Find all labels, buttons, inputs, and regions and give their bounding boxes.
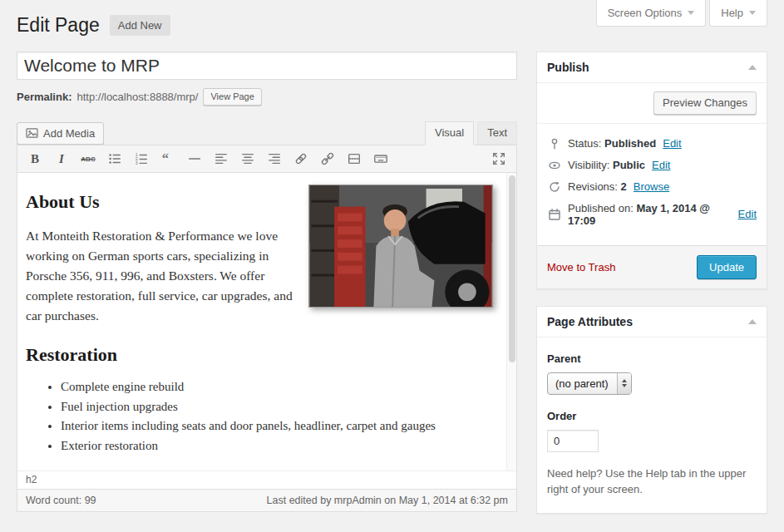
media-icon	[26, 127, 38, 139]
italic-icon: I	[59, 152, 64, 166]
permalink-row: Permalink: http://localhost:8888/mrp/ Vi…	[17, 88, 517, 106]
publish-misc-actions: Status: Published Edit Visibility: Publi…	[537, 124, 767, 245]
tab-visual[interactable]: Visual	[425, 121, 474, 145]
chevron-down-icon	[688, 11, 694, 15]
editor-mode-tabs: Visual Text	[422, 121, 517, 145]
permalink-label: Permalink:	[17, 91, 71, 103]
tab-text[interactable]: Text	[477, 121, 517, 145]
link-button[interactable]	[290, 148, 312, 170]
post-title-input[interactable]	[17, 52, 517, 80]
editor-scrollbar[interactable]	[506, 173, 516, 470]
svg-text:“: “	[162, 152, 169, 167]
strikethrough-button[interactable]: ABC	[77, 148, 99, 170]
collapse-toggle-icon[interactable]	[748, 319, 757, 324]
status-edit-link[interactable]: Edit	[663, 137, 681, 150]
align-right-button[interactable]	[264, 148, 285, 170]
word-count: Word count: 99	[26, 495, 96, 506]
select-stepper-icon	[617, 373, 631, 394]
status-row: Status: Published Edit	[547, 137, 757, 150]
list-item: Exterior restoration	[61, 438, 495, 455]
numbered-list-button[interactable]: 1 2 3	[131, 148, 152, 170]
editor-toolbar: B I ABC	[17, 145, 516, 173]
status-value: Published	[604, 137, 656, 150]
order-input[interactable]	[547, 430, 599, 452]
editor-status-bar: Word count: 99 Last edited by mrpAdmin o…	[17, 489, 516, 511]
svg-text:3: 3	[136, 160, 138, 165]
add-new-button[interactable]: Add New	[110, 15, 170, 36]
horizontal-rule-icon	[187, 151, 202, 166]
pin-icon	[547, 137, 561, 150]
restoration-heading: Restoration	[26, 341, 495, 369]
editor-column: Permalink: http://localhost:8888/mrp/ Vi…	[17, 52, 517, 530]
screen-options-tab[interactable]: Screen Options	[596, 0, 707, 27]
screen-options-label: Screen Options	[608, 7, 683, 19]
fullscreen-icon	[491, 151, 506, 166]
preview-changes-button[interactable]: Preview Changes	[653, 91, 757, 115]
align-center-icon	[240, 151, 255, 166]
unlink-button[interactable]	[317, 148, 338, 170]
status-text: Status: Published	[568, 137, 656, 150]
update-button[interactable]: Update	[697, 255, 757, 279]
page-attributes-title: Page Attributes	[547, 315, 633, 328]
page-attributes-help-text: Need help? Use the Help tab in the upper…	[547, 466, 747, 498]
more-tag-button[interactable]	[343, 148, 365, 170]
calendar-icon	[547, 208, 561, 221]
blockquote-button[interactable]: “	[157, 148, 179, 170]
more-tag-icon	[347, 151, 362, 166]
bullet-list-button[interactable]	[104, 148, 126, 170]
numbered-list-icon: 1 2 3	[134, 151, 149, 166]
move-to-trash-link[interactable]: Move to Trash	[547, 261, 615, 273]
fullscreen-button[interactable]	[488, 148, 510, 170]
sidebar-column: Publish Preview Changes Status: Publishe…	[536, 52, 767, 530]
status-label: Status:	[568, 137, 601, 150]
page-attributes-box: Page Attributes Parent (no parent) Order…	[536, 306, 767, 514]
scrollbar-thumb[interactable]	[509, 175, 515, 362]
restoration-list: Complete engine rebuild Fuel injection u…	[26, 379, 495, 454]
published-on-edit-link[interactable]: Edit	[738, 208, 757, 220]
page-title: Edit Page	[17, 13, 100, 37]
edit-page-wrap: Edit Page Add New Permalink: http://loca…	[0, 13, 784, 530]
bold-icon: B	[31, 152, 39, 166]
editor-element-path[interactable]: h2	[17, 470, 516, 489]
parent-select-value: (no parent)	[548, 373, 617, 394]
visibility-value: Public	[613, 159, 645, 171]
revisions-label: Revisions:	[568, 180, 618, 193]
blockquote-icon: “	[160, 151, 175, 166]
revisions-icon	[547, 180, 561, 194]
permalink-url[interactable]: http://localhost:8888/mrp/	[76, 91, 198, 103]
list-item: Interior items including seats and door …	[61, 418, 495, 435]
published-on-row: Published on: May 1, 2014 @ 17:09 Edit	[547, 202, 757, 227]
italic-button[interactable]: I	[51, 148, 72, 170]
help-tab[interactable]: Help	[709, 0, 767, 27]
page-attributes-body: Parent (no parent) Order Need help? Use …	[537, 337, 767, 513]
minor-publishing-actions: Preview Changes	[537, 83, 767, 124]
help-label: Help	[721, 7, 743, 19]
publish-box-title: Publish	[547, 61, 589, 74]
publish-box: Publish Preview Changes Status: Publishe…	[536, 52, 767, 289]
list-item: Fuel injection upgrades	[61, 399, 495, 416]
editor-content-area[interactable]: About Us At Monteith Restoration & Perfo…	[17, 173, 516, 470]
add-media-button[interactable]: Add Media	[17, 122, 104, 145]
align-left-button[interactable]	[210, 148, 232, 170]
add-media-label: Add Media	[43, 127, 95, 140]
collapse-toggle-icon[interactable]	[748, 65, 757, 70]
published-on-label: Published on:	[568, 202, 634, 214]
visibility-row: Visibility: Public Edit	[547, 159, 757, 172]
screen-meta-links: Screen Options Help	[596, 0, 767, 27]
eye-icon	[547, 159, 561, 172]
horizontal-rule-button[interactable]	[184, 148, 205, 170]
page-photo[interactable]	[308, 185, 493, 308]
align-center-button[interactable]	[237, 148, 259, 170]
published-on-text: Published on: May 1, 2014 @ 17:09	[568, 202, 732, 227]
visibility-text: Visibility: Public	[568, 159, 645, 171]
toolbar-toggle-button[interactable]	[370, 148, 392, 170]
visibility-edit-link[interactable]: Edit	[652, 159, 670, 171]
revisions-text: Revisions: 2	[568, 180, 627, 193]
bold-button[interactable]: B	[24, 148, 46, 170]
publish-box-header[interactable]: Publish	[537, 52, 767, 83]
parent-select[interactable]: (no parent)	[547, 372, 632, 395]
order-label: Order	[547, 410, 757, 422]
page-attributes-header[interactable]: Page Attributes	[537, 307, 767, 337]
view-page-button[interactable]: View Page	[203, 88, 261, 106]
revisions-browse-link[interactable]: Browse	[634, 180, 669, 193]
